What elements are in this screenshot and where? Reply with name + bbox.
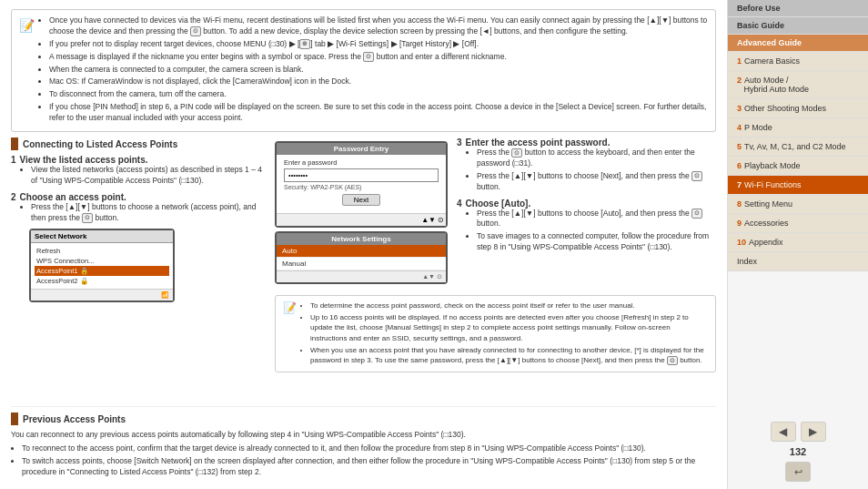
previous-section-bar	[11, 413, 18, 425]
step-1-title: View the listed access points.	[20, 155, 148, 165]
middle-section: Connecting to Listed Access Points 1 Vie…	[11, 138, 716, 401]
network-footer: ▲▼ ⊙	[277, 270, 446, 282]
password-section: Password Entry Enter a password Security…	[275, 138, 448, 288]
screen-row-ap2: AccessPoint2 🔒	[35, 276, 169, 286]
sidebar-item-wifi[interactable]: 7Wi-Fi Functions	[728, 176, 868, 195]
note-icon: 📝	[19, 17, 35, 126]
sidebar-item-basic-guide[interactable]: Basic Guide	[728, 17, 868, 35]
page-number: 132	[790, 446, 806, 457]
screen-row-wps: WPS Connection...	[35, 256, 169, 266]
step-1-bullet: View the listed networks (access points)…	[31, 165, 266, 187]
connecting-section-header: Connecting to Listed Access Points	[11, 138, 266, 150]
select-network-screen: Select Network Refresh WPS Connection...…	[29, 229, 175, 302]
screen-icon-wifi: 📶	[161, 291, 169, 299]
sidebar-item-camera-basics[interactable]: 1Camera Basics	[728, 52, 868, 71]
password-security: Security: WPA2-PSK (AES)	[284, 184, 439, 190]
step-1: 1 View the listed access points. View th…	[11, 155, 266, 187]
note-bullet-5: Mac OS: If CameraWindow is not displayed…	[49, 76, 708, 87]
sidebar-item-index[interactable]: Index	[728, 252, 868, 271]
note-bullet-4: When the camera is connected to a comput…	[49, 65, 708, 76]
sidebar-item-other-shooting[interactable]: 3Other Shooting Modes	[728, 99, 868, 118]
right-note: 📝 To determine the access point password…	[275, 295, 716, 372]
top-note: 📝 Once you have connected to devices via…	[11, 9, 716, 132]
left-column: Connecting to Listed Access Points 1 Vie…	[11, 138, 266, 401]
screen-row-refresh: Refresh	[35, 246, 169, 256]
previous-bullet-1: To reconnect to the access point, confir…	[22, 443, 716, 454]
screen-row-ap1: AccessPoint1 🔒	[35, 266, 169, 276]
password-screen: Password Entry Enter a password Security…	[275, 141, 448, 228]
select-network-body: Refresh WPS Connection... AccessPoint1 🔒…	[31, 243, 173, 289]
right-top: Password Entry Enter a password Security…	[275, 138, 716, 288]
step-4-bullet-1: Press the [▲][▼] buttons to choose [Auto…	[477, 209, 716, 230]
network-icon: ▲▼ ⊙	[422, 273, 442, 280]
select-network-title: Select Network	[31, 230, 173, 243]
password-body: Enter a password Security: WPA2-PSK (AES…	[277, 155, 446, 213]
note-bullet-7: If you chose [PIN Method] in step 6, a P…	[49, 102, 708, 124]
sidebar-item-accessories[interactable]: 9Accessories	[728, 214, 868, 233]
step-2-content: Press the [▲][▼] buttons to choose a net…	[11, 202, 266, 224]
step-3-bullet-2: Press the [▲][▼] buttons to choose [Next…	[477, 171, 716, 193]
note-text: Once you have connected to devices via t…	[40, 15, 708, 126]
previous-section-title: Previous Access Points	[23, 414, 126, 424]
connecting-section-title: Connecting to Listed Access Points	[23, 139, 177, 149]
steps-right: 3 Enter the access point password. Press…	[457, 138, 716, 288]
step-4-title: Choose [Auto].	[466, 199, 531, 209]
step-4-bullet-2: To save images to a connected computer, …	[477, 231, 716, 253]
network-row-auto: Auto	[277, 245, 446, 258]
password-input[interactable]	[284, 168, 439, 182]
password-title: Password Entry	[277, 143, 446, 155]
previous-intro: You can reconnect to any previous access…	[11, 430, 716, 478]
right-note-bullet-3: When you use an access point that you ha…	[310, 345, 708, 365]
select-network-footer: 📶	[31, 289, 173, 301]
password-icon-right: ⊙	[438, 216, 444, 224]
sidebar-item-setting-menu[interactable]: 8Setting Menu	[728, 195, 868, 214]
previous-section: Previous Access Points You can reconnect…	[11, 406, 716, 480]
right-note-list: To determine the access point password, …	[301, 301, 708, 367]
password-next-button[interactable]: Next	[342, 194, 380, 206]
nav-arrows: ◀ ▶	[771, 422, 826, 442]
step-4-content: Press the [▲][▼] buttons to choose [Auto…	[457, 209, 716, 254]
sidebar-item-playback[interactable]: 6Playback Mode	[728, 157, 868, 176]
sidebar-item-auto-mode[interactable]: 2Auto Mode / Hybrid Auto Mode	[728, 71, 868, 99]
note-bullet-3: A message is displayed if the nickname y…	[49, 52, 708, 63]
sidebar-bottom: ◀ ▶ 132 ↩	[728, 414, 868, 489]
section-bar	[11, 138, 18, 150]
sidebar-item-appendix[interactable]: 10Appendix	[728, 233, 868, 252]
note-bullet-1: Once you have connected to devices via t…	[49, 15, 708, 37]
step-3: 3 Enter the access point password. Press…	[457, 138, 716, 193]
sidebar-item-p-mode[interactable]: 4P Mode	[728, 118, 868, 138]
network-settings-screen: Network Settings Auto Manual ▲▼ ⊙	[275, 231, 448, 284]
network-row-manual: Manual	[277, 258, 446, 270]
step-1-number: 1	[11, 155, 16, 165]
note-bullet-2: If you prefer not to display recent targ…	[49, 39, 708, 50]
right-note-bullet-2: Up to 16 access points will be displayed…	[310, 312, 708, 343]
step-4-number: 4	[457, 199, 462, 209]
right-column: Password Entry Enter a password Security…	[275, 138, 716, 401]
step-3-number: 3	[457, 138, 462, 148]
step-1-content: View the listed networks (access points)…	[11, 165, 266, 187]
nav-prev-button[interactable]: ◀	[771, 422, 796, 442]
sidebar-item-tv-av[interactable]: 5Tv, Av, M, C1, and C2 Mode	[728, 138, 868, 157]
right-note-bullet-1: To determine the access point password, …	[310, 301, 708, 311]
sidebar-top: Before Use Basic Guide Advanced Guide 1C…	[728, 0, 868, 414]
note-bullet-6: To disconnect from the camera, turn off …	[49, 89, 708, 100]
main-content: 📝 Once you have connected to devices via…	[0, 0, 727, 489]
step-4: 4 Choose [Auto]. Press the [▲][▼] button…	[457, 199, 716, 254]
password-label: Enter a password	[284, 158, 439, 167]
nav-next-button[interactable]: ▶	[801, 422, 826, 442]
previous-bullet-2: To switch access points, choose [Switch …	[22, 456, 716, 478]
right-note-icon: 📝	[283, 301, 297, 367]
step-2-bullet: Press the [▲][▼] buttons to choose a net…	[31, 202, 266, 224]
network-settings-title: Network Settings	[277, 233, 446, 245]
password-icons: ▲▼ ⊙	[277, 213, 446, 226]
step-3-title: Enter the access point password.	[466, 138, 611, 148]
step-2: 2 Choose an access point. Press the [▲][…	[11, 192, 266, 302]
back-button[interactable]: ↩	[785, 462, 811, 482]
sidebar-item-before-use[interactable]: Before Use	[728, 0, 868, 17]
sidebar-item-advanced-guide[interactable]: Advanced Guide	[728, 35, 868, 52]
sidebar: Before Use Basic Guide Advanced Guide 1C…	[727, 0, 868, 489]
step-3-bullet-1: Press the ⊙ button to access the keyboar…	[477, 148, 716, 169]
password-icon-left: ▲▼	[421, 216, 436, 224]
step-2-title: Choose an access point.	[20, 192, 126, 202]
step-2-number: 2	[11, 192, 16, 202]
